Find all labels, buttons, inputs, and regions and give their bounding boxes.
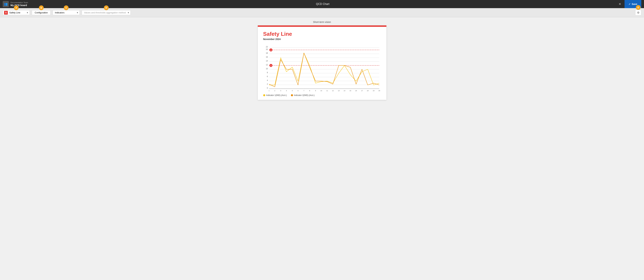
gear-wrapper: E ⚙ xyxy=(635,10,641,16)
chart-card: Safety Line November 2024 0 2 4 6 8 10 1… xyxy=(258,26,386,100)
indicators-select[interactable]: Indicators xyxy=(53,10,80,15)
vision-label: Short-term vision xyxy=(313,21,331,23)
svg-text:8: 8 xyxy=(267,72,268,74)
s-badge: S xyxy=(4,11,8,15)
svg-text:0: 0 xyxy=(267,87,268,89)
configuration-wrapper: B Configuration xyxy=(32,10,50,15)
svg-text:6: 6 xyxy=(298,90,298,91)
svg-text:17: 17 xyxy=(361,90,363,91)
svg-text:22: 22 xyxy=(266,46,268,48)
svg-text:10: 10 xyxy=(266,68,268,70)
chart-body: Safety Line November 2024 0 2 4 6 8 10 1… xyxy=(258,27,386,100)
svg-text:16: 16 xyxy=(355,90,357,91)
svg-text:5: 5 xyxy=(292,90,293,91)
legend-item-2: Indicator 2(IND) (Acci.) xyxy=(291,94,315,96)
page-title: QCD Chart xyxy=(28,3,618,6)
header-bar: 👥 Documentation Team My QCD board QCD Ch… xyxy=(0,0,644,8)
logo-icon: 👥 xyxy=(3,1,9,7)
svg-text:20: 20 xyxy=(378,90,380,91)
svg-text:4: 4 xyxy=(267,79,268,81)
svg-text:12: 12 xyxy=(332,90,334,91)
svg-text:8: 8 xyxy=(309,90,310,91)
team-name: Documentation Team xyxy=(10,2,28,4)
agg-select[interactable]: Values and thresholds aggregation method xyxy=(82,10,131,15)
svg-text:15: 15 xyxy=(350,90,351,91)
toolbar: A S Safety Line ▼ B Configuration C Indi… xyxy=(0,8,644,17)
svg-text:19: 19 xyxy=(373,90,374,91)
gear-button[interactable]: ⚙ xyxy=(635,10,641,16)
svg-text:2: 2 xyxy=(274,90,275,91)
svg-text:14: 14 xyxy=(266,60,268,62)
svg-text:12: 12 xyxy=(266,64,268,66)
svg-text:14: 14 xyxy=(344,90,345,91)
svg-text:12: 12 xyxy=(270,65,272,66)
save-label: Save xyxy=(632,3,637,6)
svg-text:6: 6 xyxy=(267,75,268,77)
configuration-button[interactable]: Configuration xyxy=(32,10,50,15)
main-content: Short-term vision Safety Line November 2… xyxy=(0,17,644,279)
indicators-wrapper: C Indicators ▼ xyxy=(53,10,80,15)
logo-text: Documentation Team My QCD board xyxy=(10,2,28,7)
svg-text:16: 16 xyxy=(266,56,268,58)
chart-area: 0 2 4 6 8 10 12 14 16 18 20 22 xyxy=(263,44,381,91)
chart-subtitle: November 2024 xyxy=(263,38,381,41)
svg-text:18: 18 xyxy=(266,52,268,54)
safety-line-wrapper: A S Safety Line ▼ xyxy=(3,10,30,15)
svg-text:4: 4 xyxy=(286,90,287,91)
chart-svg: 0 2 4 6 8 10 12 14 16 18 20 22 xyxy=(263,44,381,91)
badge-b: B xyxy=(39,6,44,10)
svg-text:11: 11 xyxy=(326,90,328,91)
svg-text:18: 18 xyxy=(367,90,368,91)
svg-text:3: 3 xyxy=(280,90,281,91)
svg-text:1: 1 xyxy=(268,90,270,91)
chart-legend: Indicator 1(IND) (Acci.) Indicator 2(IND… xyxy=(263,94,381,96)
svg-text:13: 13 xyxy=(338,90,340,91)
board-name: My QCD board xyxy=(10,4,28,7)
legend-label-1: Indicator 1(IND) (Acci.) xyxy=(266,94,287,96)
badge-a: A xyxy=(14,6,18,10)
svg-text:9: 9 xyxy=(315,90,316,91)
save-check-icon: ✓ xyxy=(628,3,631,6)
svg-text:7: 7 xyxy=(304,90,304,91)
legend-item-1: Indicator 1(IND) (Acci.) xyxy=(263,94,287,96)
legend-color-1 xyxy=(263,94,265,96)
legend-color-2 xyxy=(291,94,293,96)
chart-header-bar xyxy=(258,26,386,27)
badge-d: D xyxy=(104,6,109,10)
svg-text:20: 20 xyxy=(270,49,272,51)
svg-text:20: 20 xyxy=(266,48,268,50)
svg-text:2: 2 xyxy=(267,83,268,85)
agg-wrapper: D Values and thresholds aggregation meth… xyxy=(82,10,131,15)
badge-e: E xyxy=(636,5,640,10)
badge-c: C xyxy=(64,6,68,10)
chart-title: Safety Line xyxy=(263,31,381,37)
legend-label-2: Indicator 2(IND) (Acci.) xyxy=(294,94,315,96)
close-button[interactable]: ✕ xyxy=(617,2,622,7)
svg-text:10: 10 xyxy=(320,90,322,91)
